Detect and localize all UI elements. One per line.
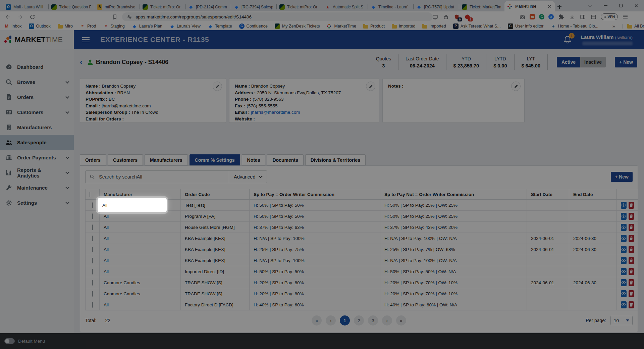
browser-tab[interactable]: Ticket: MarketTim bbox=[459, 2, 504, 11]
reload-icon[interactable] bbox=[28, 13, 36, 21]
profile-icon[interactable] bbox=[590, 13, 597, 20]
view-button[interactable] bbox=[621, 235, 627, 242]
download-icon[interactable] bbox=[569, 13, 575, 20]
tab-documents[interactable]: Documents bbox=[267, 154, 303, 165]
next-page-button[interactable]: › bbox=[382, 315, 392, 326]
close-button[interactable] bbox=[629, 0, 644, 11]
bookmark-item[interactable]: CUser info editor bbox=[508, 23, 544, 29]
sidebar-item-reports-analytics[interactable]: Reports & Analytics bbox=[0, 165, 74, 180]
bookmark-item[interactable]: Product bbox=[363, 24, 385, 29]
tab-notes[interactable]: Notes bbox=[242, 154, 266, 165]
view-button[interactable] bbox=[621, 290, 627, 297]
new-tab-button[interactable] bbox=[555, 2, 564, 11]
delete-button[interactable] bbox=[629, 235, 634, 242]
user-menu[interactable]: Laura William (lwilliam) bbox=[581, 34, 633, 45]
bookmark-item[interactable]: ◆Laura's Plan bbox=[132, 23, 162, 29]
row-checkbox[interactable] bbox=[92, 236, 93, 241]
sidebar-item-customers[interactable]: Customers bbox=[0, 105, 74, 120]
browser-tab[interactable]: BmtPro Brandwise bbox=[94, 2, 140, 11]
bookmark-item[interactable]: Imported bbox=[422, 24, 446, 29]
sidebar-item-settings[interactable]: Settings bbox=[0, 195, 74, 210]
bookmark-item[interactable]: PAsk Teresa: What S... bbox=[453, 23, 501, 29]
view-button[interactable] bbox=[621, 224, 627, 231]
browser-tab[interactable]: ▲Automatic Split S bbox=[322, 2, 368, 11]
row-checkbox[interactable] bbox=[92, 213, 93, 219]
browser-tab[interactable]: Ticket: Question F bbox=[48, 2, 94, 11]
tab-comm-settings[interactable]: Comm % Settings bbox=[190, 154, 240, 165]
hamburger-menu-icon[interactable] bbox=[82, 37, 90, 42]
bookmark-item[interactable]: ◆Template bbox=[208, 23, 232, 29]
sidebar-item-browse[interactable]: Browse bbox=[0, 74, 74, 90]
tab-orders[interactable]: Orders bbox=[80, 154, 106, 165]
bookmark-item[interactable]: +Home - Tableau Clo... bbox=[550, 23, 598, 29]
row-checkbox[interactable] bbox=[92, 269, 93, 275]
page-button-2[interactable]: 2 bbox=[354, 315, 364, 326]
bookmark-item[interactable]: MInbox bbox=[4, 23, 22, 29]
view-button[interactable] bbox=[621, 257, 627, 264]
browser-tab-active[interactable]: MarketTime bbox=[504, 1, 555, 11]
select-all-checkbox[interactable] bbox=[90, 192, 90, 197]
browser-tab[interactable]: ◆[PD-2124] Comm bbox=[185, 2, 231, 11]
last-page-button[interactable]: » bbox=[396, 315, 406, 326]
view-button[interactable] bbox=[621, 213, 627, 220]
delete-button[interactable] bbox=[629, 224, 634, 231]
delete-button[interactable] bbox=[629, 301, 634, 308]
page-button-3[interactable]: 3 bbox=[368, 315, 378, 326]
delete-button[interactable] bbox=[629, 257, 634, 264]
side-panel-icon[interactable] bbox=[579, 13, 586, 20]
browser-tab[interactable]: Ticket: mtPro: Or bbox=[140, 2, 185, 11]
page-button-1[interactable]: 1 bbox=[340, 315, 350, 326]
advanced-dropdown[interactable]: Advanced bbox=[229, 170, 267, 183]
extension-shield-icon[interactable]: 0 bbox=[453, 13, 460, 20]
view-button[interactable] bbox=[621, 268, 627, 275]
browser-tab[interactable]: ◆[RC-7394] Salesp bbox=[231, 2, 276, 11]
bookmark-icon[interactable] bbox=[111, 13, 119, 21]
delete-button[interactable] bbox=[629, 213, 634, 220]
sidebar-item-salespeople[interactable]: Salespeople bbox=[0, 135, 74, 150]
tab-divisions-territories[interactable]: Divisions & Territories bbox=[305, 154, 366, 165]
sidebar-item-orders[interactable]: Orders bbox=[0, 90, 74, 105]
tab-customers[interactable]: Customers bbox=[108, 154, 143, 165]
browser-menu-icon[interactable] bbox=[622, 13, 629, 20]
view-button[interactable] bbox=[621, 202, 627, 209]
row-checkbox[interactable] bbox=[92, 280, 93, 286]
delete-button[interactable] bbox=[629, 246, 634, 253]
edit-pencil-button[interactable] bbox=[366, 82, 375, 91]
miro-extension-icon[interactable]: m bbox=[530, 14, 535, 19]
tab-search-chevron-icon[interactable] bbox=[582, 0, 598, 11]
edit-pencil-button[interactable] bbox=[213, 82, 222, 91]
browser-tab[interactable]: ◆[RC-7570] Updat bbox=[413, 2, 459, 11]
browser-tab[interactable]: ◆Timeline - Laura' bbox=[368, 2, 413, 11]
extension-adblock-icon[interactable]: 1 bbox=[464, 13, 471, 20]
bookmark-item[interactable]: CConfluence bbox=[239, 23, 268, 29]
share-icon[interactable] bbox=[442, 13, 449, 20]
minimize-button[interactable] bbox=[598, 0, 613, 11]
row-checkbox[interactable] bbox=[92, 202, 93, 208]
sidebar-item-manufacturers[interactable]: Manufacturers bbox=[0, 120, 74, 135]
browser-tab[interactable]: OMail - Laura Willi bbox=[3, 2, 48, 11]
puzzle-extensions-icon[interactable] bbox=[558, 13, 565, 20]
bookmark-item[interactable]: *Prod bbox=[80, 23, 96, 29]
row-checkbox[interactable] bbox=[92, 291, 93, 297]
inactive-button[interactable]: Inactive bbox=[580, 57, 606, 67]
logo-area[interactable]: MARKETTIME bbox=[0, 30, 74, 49]
bookmark-item[interactable]: *Staging bbox=[103, 23, 124, 29]
all-bookmarks-folder[interactable]: All Bookmarks bbox=[622, 24, 644, 29]
browser-tab[interactable]: Ticket: mtPro: Or bbox=[276, 2, 322, 11]
new-button[interactable]: + New bbox=[615, 57, 637, 67]
cast-icon[interactable] bbox=[432, 13, 438, 20]
back-chevron-icon[interactable]: ‹ bbox=[80, 59, 87, 65]
field-value[interactable]: jharris@markettime.com bbox=[250, 110, 300, 115]
camera-icon[interactable] bbox=[519, 13, 526, 20]
row-checkbox[interactable] bbox=[92, 247, 93, 252]
bookmarks-overflow-chevron[interactable]: » bbox=[612, 23, 615, 29]
tab-close-icon[interactable] bbox=[547, 4, 552, 9]
row-checkbox[interactable] bbox=[92, 302, 93, 308]
sidebar-item-maintenance[interactable]: Maintenance bbox=[0, 180, 74, 195]
row-checkbox[interactable] bbox=[92, 258, 93, 263]
delete-button[interactable] bbox=[629, 290, 634, 297]
delete-button[interactable] bbox=[629, 279, 634, 286]
new-commission-button[interactable]: + New bbox=[611, 172, 633, 182]
notifications-bell-icon[interactable]: 1 bbox=[564, 36, 572, 44]
bookmark-item[interactable]: My ZenDesk Tickets bbox=[275, 23, 320, 29]
